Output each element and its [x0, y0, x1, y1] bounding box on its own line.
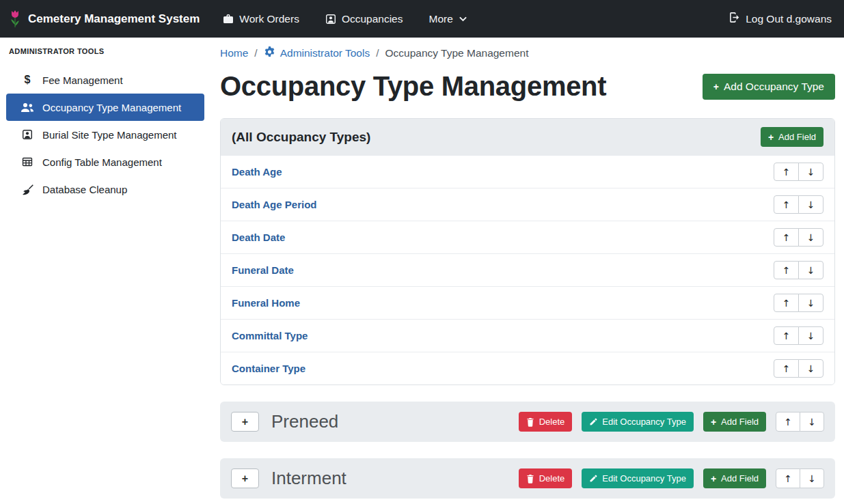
add-field-button[interactable]: + Add Field: [761, 127, 823, 147]
sidebar-item-label: Database Cleanup: [42, 184, 127, 195]
gear-icon: [264, 46, 275, 60]
add-field-button[interactable]: + Add Field: [703, 412, 766, 432]
card-header: (All Occupancy Types) + Add Field: [221, 119, 834, 155]
occupancy-type-section-preneed: + Preneed Delete: [220, 402, 835, 442]
nav-label: Occupancies: [342, 13, 403, 25]
move-down-button[interactable]: ↓: [798, 261, 823, 279]
reorder-buttons: ↑ ↓: [776, 412, 824, 432]
tulip-logo-icon: [8, 10, 22, 29]
breadcrumb-admin-tools-link[interactable]: Administrator Tools: [264, 46, 370, 60]
section-actions: Delete Edit Occupancy Type + Add Field: [519, 412, 824, 432]
move-up-button[interactable]: ↑: [774, 359, 799, 378]
sidebar-item-label: Config Table Management: [42, 156, 162, 168]
expand-button[interactable]: +: [231, 468, 259, 488]
main-content: Home / Administrator Tools / Occupancy T…: [210, 38, 844, 504]
chevron-down-icon: [459, 14, 467, 23]
expand-button[interactable]: +: [231, 412, 259, 432]
field-link-death-date[interactable]: Death Date: [232, 232, 285, 243]
card-title: (All Occupancy Types): [232, 130, 370, 145]
move-up-button[interactable]: ↑: [774, 163, 799, 181]
nav-label: Work Orders: [239, 13, 299, 25]
add-occupancy-type-button[interactable]: + Add Occupancy Type: [703, 74, 835, 100]
trash-icon: [526, 474, 534, 484]
plus-icon: +: [768, 132, 774, 142]
delete-label: Delete: [539, 473, 565, 484]
nav-work-orders[interactable]: Work Orders: [223, 13, 299, 25]
field-link-death-age-period[interactable]: Death Age Period: [232, 199, 316, 210]
occupancy-type-section-interment: + Interment Delete: [220, 458, 835, 499]
move-down-button[interactable]: ↓: [798, 294, 823, 312]
table-icon: [21, 156, 34, 167]
reorder-buttons: ↑ ↓: [774, 195, 823, 214]
pencil-icon: [589, 418, 597, 426]
sidebar-item-label: Occupancy Type Management: [42, 102, 181, 113]
dollar-icon: $: [21, 74, 34, 86]
sidebar-item-config-table-management[interactable]: Config Table Management: [6, 148, 204, 176]
move-down-button[interactable]: ↓: [798, 359, 823, 378]
portrait-icon: [21, 129, 34, 140]
move-up-button[interactable]: ↑: [776, 412, 800, 432]
broom-icon: [21, 184, 34, 195]
field-link-funeral-date[interactable]: Funeral Date: [232, 264, 294, 276]
move-up-button[interactable]: ↑: [774, 195, 799, 214]
field-link-container-type[interactable]: Container Type: [232, 363, 305, 374]
breadcrumb: Home / Administrator Tools / Occupancy T…: [220, 46, 835, 60]
sidebar-item-occupancy-type-management[interactable]: Occupancy Type Management: [6, 94, 204, 121]
edit-occupancy-type-button[interactable]: Edit Occupancy Type: [582, 412, 694, 432]
sidebar-item-database-cleanup[interactable]: Database Cleanup: [6, 176, 204, 203]
page-title: Occupancy Type Management: [220, 71, 606, 102]
breadcrumb-admin-tools-label: Administrator Tools: [280, 47, 370, 59]
primary-nav: Work Orders Occupancies More: [223, 13, 467, 25]
sidebar-item-fee-management[interactable]: $ Fee Management: [6, 66, 204, 94]
delete-label: Delete: [539, 417, 565, 427]
app-brand[interactable]: Cemetery Management System: [8, 10, 200, 29]
all-occupancy-types-card: (All Occupancy Types) + Add Field Death …: [220, 118, 835, 385]
nav-occupancies[interactable]: Occupancies: [325, 13, 403, 25]
add-occupancy-type-label: Add Occupancy Type: [724, 81, 824, 93]
move-up-button[interactable]: ↑: [774, 228, 799, 247]
field-row: Death Age ↑ ↓: [221, 155, 834, 188]
section-title: Interment: [271, 468, 346, 489]
field-link-death-age[interactable]: Death Age: [232, 166, 282, 178]
edit-label: Edit Occupancy Type: [602, 473, 686, 484]
nav-more[interactable]: More: [429, 13, 467, 25]
field-row: Death Date ↑ ↓: [221, 221, 834, 253]
toolbox-icon: [223, 14, 234, 25]
add-field-button[interactable]: + Add Field: [703, 468, 766, 488]
sidebar-heading: ADMINISTRATOR TOOLS: [0, 47, 210, 55]
sidebar-item-burial-site-type-management[interactable]: Burial Site Type Management: [6, 121, 204, 148]
delete-button[interactable]: Delete: [519, 412, 573, 432]
move-down-button[interactable]: ↓: [800, 468, 824, 488]
delete-button[interactable]: Delete: [519, 468, 573, 488]
users-icon: [21, 102, 34, 113]
sidebar-item-label: Burial Site Type Management: [42, 129, 177, 141]
move-down-button[interactable]: ↓: [798, 228, 823, 247]
field-row: Container Type ↑ ↓: [221, 352, 834, 384]
move-up-button[interactable]: ↑: [774, 326, 799, 345]
field-row: Committal Type ↑ ↓: [221, 319, 834, 352]
edit-occupancy-type-button[interactable]: Edit Occupancy Type: [582, 468, 694, 488]
edit-label: Edit Occupancy Type: [602, 417, 686, 427]
plus-icon: +: [711, 474, 716, 484]
breadcrumb-separator: /: [254, 47, 257, 59]
move-down-button[interactable]: ↓: [798, 195, 823, 214]
move-up-button[interactable]: ↑: [774, 294, 799, 312]
app-title: Cemetery Management System: [28, 12, 200, 26]
move-up-button[interactable]: ↑: [774, 261, 799, 279]
reorder-buttons: ↑ ↓: [774, 326, 823, 345]
logout-link[interactable]: Log Out d.gowans: [729, 12, 832, 26]
field-link-funeral-home[interactable]: Funeral Home: [232, 297, 300, 309]
add-field-label: Add Field: [721, 473, 759, 484]
plus-icon: +: [713, 82, 719, 92]
portrait-icon: [325, 14, 336, 25]
move-down-button[interactable]: ↓: [800, 412, 824, 432]
field-link-committal-type[interactable]: Committal Type: [232, 330, 308, 341]
move-down-button[interactable]: ↓: [798, 326, 823, 345]
move-down-button[interactable]: ↓: [798, 163, 823, 181]
pencil-icon: [589, 475, 597, 483]
breadcrumb-current: Occupancy Type Management: [385, 47, 529, 59]
breadcrumb-home-link[interactable]: Home: [220, 47, 248, 59]
move-up-button[interactable]: ↑: [776, 468, 800, 488]
field-row: Funeral Date ↑ ↓: [221, 253, 834, 286]
admin-tools-sidebar: ADMINISTRATOR TOOLS $ Fee Management Occ…: [0, 38, 210, 504]
